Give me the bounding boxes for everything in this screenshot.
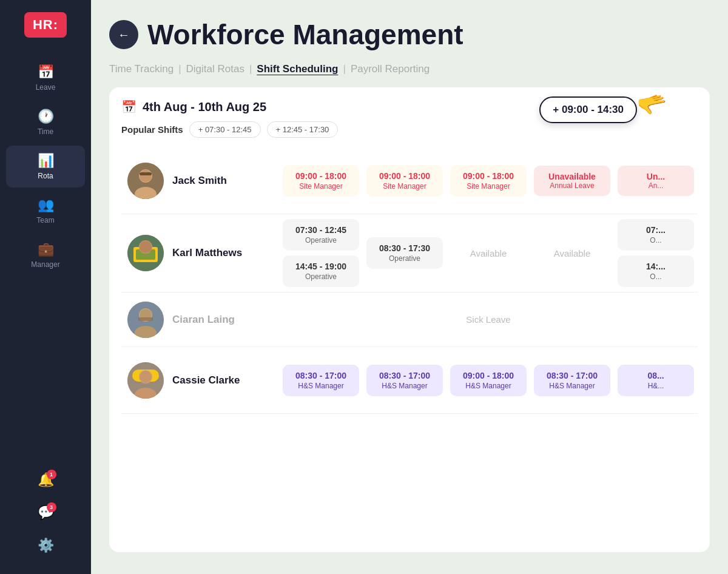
shift-cell[interactable]: Un... An... [614,147,698,214]
shift-cell[interactable] [363,292,447,346]
sidebar-item-label: Manager [31,260,59,269]
employee-cell-jack: Jack Smith [121,147,279,214]
employee-cell-karl: Karl Matthews [121,214,279,292]
sidebar-item-team[interactable]: 👥 Team [6,190,85,232]
shift-pill-1[interactable]: + 12:45 - 17:30 [267,121,339,138]
employee-cell-cassie: Cassie Clarke [121,347,279,413]
sidebar-item-time[interactable]: 🕐 Time [6,101,85,143]
shift-cell[interactable]: 09:00 - 18:00 Site Manager [279,147,363,214]
notification-badge: 1 [47,470,56,479]
avatar [127,235,164,271]
shift-block[interactable]: 09:00 - 18:00 H&S Manager [450,365,527,396]
shift-pill-0[interactable]: + 07:30 - 12:45 [189,121,261,138]
hand-cursor-icon: 🫳 [635,88,669,121]
available-label: Available [470,248,507,258]
shift-block[interactable]: 09:00 - 18:00 Site Manager [283,165,359,197]
table-row: Karl Matthews 07:30 - 12:45 Operative 14… [121,214,698,292]
shift-cell[interactable]: 08:30 - 17:00 H&S Manager [279,347,363,413]
table-row: Ciaran Laing Sick Leave [121,292,698,347]
shift-cell[interactable] [279,292,363,346]
sidebar: HR: 📅 Leave 🕐 Time 📊 Rota 👥 Team 💼 Manag… [0,0,91,574]
shift-block[interactable]: 09:00 - 18:00 Site Manager [366,165,443,197]
shift-block[interactable]: 14:45 - 19:00 Operative [283,255,359,287]
shift-cell[interactable]: 09:00 - 18:00 H&S Manager [447,347,530,413]
shift-block[interactable]: 08... H&... [618,365,694,396]
calendar-icon: 📅 [121,100,136,114]
svg-point-3 [140,170,152,182]
shift-cell[interactable]: 08:30 - 17:00 H&S Manager [530,347,614,413]
shift-cell[interactable]: 09:00 - 18:00 Site Manager [363,147,447,214]
sidebar-item-label: Time [38,127,53,136]
sidebar-item-label: Rota [38,172,53,180]
tab-time-tracking[interactable]: Time Tracking [109,63,174,75]
rota-icon: 📊 [38,153,54,169]
team-icon: 👥 [38,197,54,213]
shift-cell[interactable]: Available [530,214,614,292]
tab-payroll-reporting[interactable]: Payroll Reporting [351,63,430,75]
sidebar-item-settings[interactable]: ⚙️ [6,530,85,561]
unavailable-block[interactable]: Un... An... [618,166,694,196]
shift-cell[interactable] [530,292,614,346]
back-button[interactable]: ← [109,20,138,49]
shift-block[interactable]: 08:30 - 17:00 H&S Manager [534,365,610,396]
page-title: Workforce Management [147,18,463,51]
shift-cell[interactable]: 07:30 - 12:45 Operative 14:45 - 19:00 Op… [279,214,363,292]
shift-block[interactable]: 08:30 - 17:30 Operative [366,237,443,269]
shift-block[interactable]: 14:... O... [618,255,694,287]
sidebar-item-label: Leave [36,83,56,92]
back-arrow-icon: ← [118,28,130,42]
avatar [127,302,164,338]
time-icon: 🕐 [38,109,54,124]
shift-cell[interactable]: 08:30 - 17:30 Operative [363,214,447,292]
sidebar-item-messages[interactable]: 💬 3 [6,498,85,528]
settings-icon: ⚙️ [38,538,54,553]
svg-rect-13 [138,317,153,321]
shift-block[interactable]: 07:... O... [618,219,694,251]
shift-cell[interactable]: 07:... O... 14:... O... [614,214,698,292]
employee-name: Jack Smith [172,175,227,187]
shift-cell[interactable] [614,292,698,346]
tab-digital-rotas[interactable]: Digital Rotas [186,63,244,75]
employee-name: Cassie Clarke [172,374,240,387]
available-label: Available [554,248,591,258]
table-row: Cassie Clarke 08:30 - 17:00 H&S Manager … [121,347,698,414]
shift-cell[interactable]: Unavailable Annual Leave [530,147,614,214]
sidebar-item-notifications[interactable]: 🔔 1 [6,465,85,495]
page-header: ← Workforce Management [109,18,710,51]
shift-block[interactable]: 09:00 - 18:00 Site Manager [450,165,527,197]
sick-leave-label: Sick Leave [466,314,510,325]
schedule-grid: Jack Smith 09:00 - 18:00 Site Manager 09… [121,147,698,414]
svg-rect-4 [140,172,152,175]
shift-block[interactable]: 08:30 - 17:00 H&S Manager [283,365,359,396]
date-range: 📅 4th Aug - 10th Aug 25 [121,100,266,114]
popular-shifts: Popular Shifts + 07:30 - 12:45 + 12:45 -… [121,121,698,138]
shift-cell[interactable]: 09:00 - 18:00 Site Manager [447,147,530,214]
avatar [127,362,164,399]
employee-cell-ciaran: Ciaran Laing [121,292,279,346]
shift-block[interactable]: 08:30 - 17:00 H&S Manager [366,365,443,396]
popular-shifts-label: Popular Shifts [121,124,183,135]
shift-cell[interactable]: 08... H&... [614,347,698,413]
table-row: Jack Smith 09:00 - 18:00 Site Manager 09… [121,147,698,214]
employee-name: Karl Matthews [172,247,242,259]
shift-block[interactable]: 07:30 - 12:45 Operative [283,219,359,251]
schedule-card: + 09:00 - 14:30 🫳 📅 4th Aug - 10th Aug 2… [109,87,710,552]
avatar [127,163,164,199]
sidebar-item-manager[interactable]: 💼 Manager [6,234,85,276]
tab-shift-scheduling[interactable]: Shift Scheduling [257,63,338,75]
employee-name: Ciaran Laing [172,314,235,326]
shift-cell[interactable]: Available [447,214,530,292]
leave-icon: 📅 [38,64,54,80]
sidebar-item-leave[interactable]: 📅 Leave [6,57,85,99]
svg-point-18 [140,371,152,383]
messages-badge: 3 [47,502,56,512]
floating-shift-button[interactable]: + 09:00 - 14:30 [539,96,637,123]
sidebar-item-label: Team [36,216,54,225]
unavailable-block[interactable]: Unavailable Annual Leave [534,166,610,196]
sidebar-item-rota[interactable]: 📊 Rota [6,146,85,187]
shift-cell[interactable]: Sick Leave [447,292,530,346]
shift-cell[interactable]: 08:30 - 17:00 H&S Manager [363,347,447,413]
manager-icon: 💼 [38,241,54,257]
app-logo: HR: [24,12,67,38]
main-content: ← Workforce Management Time Tracking | D… [91,0,728,574]
